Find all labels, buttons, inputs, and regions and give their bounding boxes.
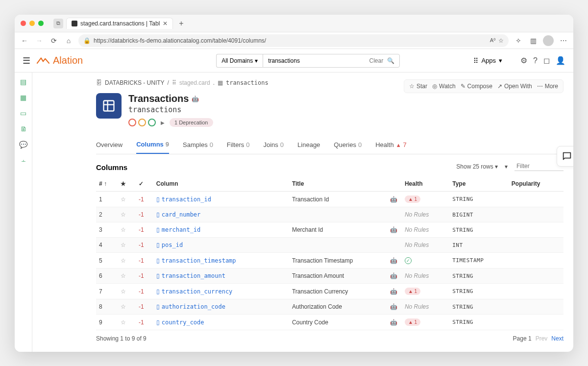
column-link[interactable]: transaction_id xyxy=(162,196,211,203)
star-icon[interactable]: ☆ xyxy=(121,211,126,218)
help-icon[interactable]: ? xyxy=(533,56,538,65)
flag-red-icon[interactable] xyxy=(128,119,136,126)
url-field[interactable]: 🔒 https://databricks-fs-demo.alationcata… xyxy=(78,34,509,47)
trust-flags[interactable] xyxy=(128,119,156,126)
th-popularity[interactable]: Popularity xyxy=(509,176,564,192)
column-link[interactable]: transaction_currency xyxy=(162,288,233,295)
tab-overview[interactable]: Overview xyxy=(96,141,122,154)
column-link[interactable]: pos_id xyxy=(162,242,183,248)
tab-health[interactable]: Health ▲ 7 xyxy=(375,141,407,154)
expand-icon[interactable]: ▶ xyxy=(161,120,165,125)
browser-tab[interactable]: staged.card.transactions | Tabl ✕ xyxy=(66,18,173,29)
chat-button[interactable] xyxy=(557,146,573,167)
filter-input[interactable] xyxy=(514,162,564,171)
column-link[interactable]: merchant_id xyxy=(162,226,200,233)
domain-select[interactable]: All Domains ▾ xyxy=(216,54,263,68)
search-icon[interactable]: 🔍 xyxy=(387,57,394,64)
tab-close-icon[interactable]: ✕ xyxy=(163,20,168,27)
open-with-button[interactable]: ↗ Open With xyxy=(497,83,532,90)
th-num[interactable]: # ↑ xyxy=(96,176,118,192)
flag-yellow-icon[interactable] xyxy=(138,119,146,126)
table-row[interactable]: 7☆-1▯transaction_currencyTransaction Cur… xyxy=(96,284,564,299)
inbox-icon[interactable]: ◻ xyxy=(543,56,550,65)
table-row[interactable]: 5☆-1▯transaction_timestampTransaction Ti… xyxy=(96,253,564,268)
tab-lineage[interactable]: Lineage xyxy=(297,141,320,154)
forward-button[interactable]: → xyxy=(34,36,44,46)
apps-button[interactable]: ⠿ Apps ▾ xyxy=(469,54,507,67)
column-link[interactable]: transaction_amount xyxy=(162,272,225,279)
pager-next[interactable]: Next xyxy=(551,335,564,342)
back-button[interactable]: ← xyxy=(20,36,29,46)
search-input[interactable] xyxy=(268,57,365,64)
alation-logo[interactable]: Alation xyxy=(36,55,83,66)
table-row[interactable]: 8☆-1▯authorization_codeAuthorization Cod… xyxy=(96,299,564,315)
table-row[interactable]: 1☆-1▯transaction_idTransaction Id🤖▲ 1STR… xyxy=(96,192,564,207)
flag-green-icon[interactable] xyxy=(148,119,156,126)
table-row[interactable]: 4☆-1▯pos_idNo RulesINT xyxy=(96,238,564,253)
more-button[interactable]: ⋯ More xyxy=(537,83,558,90)
th-type[interactable]: Type xyxy=(449,176,509,192)
rail-catalog-icon[interactable]: ▤ xyxy=(19,77,28,86)
column-link[interactable]: transaction_timestamp xyxy=(162,257,236,264)
pager-prev[interactable]: Prev xyxy=(536,335,548,342)
watch-button[interactable]: ◎ Watch xyxy=(432,83,456,90)
star-icon[interactable]: ☆ xyxy=(121,257,126,264)
rail-chat-icon[interactable]: 💬 xyxy=(19,140,28,149)
th-title[interactable]: Title xyxy=(289,176,387,192)
rail-query-icon[interactable]: ▭ xyxy=(19,109,28,118)
menu-button[interactable]: ☰ xyxy=(23,55,30,66)
show-rows-select[interactable]: Show 25 rows ▾ xyxy=(456,163,498,170)
tab-filters[interactable]: Filters 0 xyxy=(227,141,250,154)
column-link[interactable]: card_number xyxy=(162,211,200,218)
collections-icon[interactable]: ▥ xyxy=(528,36,538,46)
th-star[interactable]: ★ xyxy=(118,176,135,192)
extensions-icon[interactable]: ✧ xyxy=(514,36,523,46)
table-row[interactable]: 3☆-1▯merchant_idMerchant Id🤖No RulesSTRI… xyxy=(96,222,564,238)
star-icon[interactable]: ☆ xyxy=(121,242,126,248)
minimize-window-icon[interactable] xyxy=(29,21,35,26)
home-button[interactable]: ⌂ xyxy=(64,36,74,46)
th-health[interactable]: Health xyxy=(402,176,449,192)
table-row[interactable]: 9☆-1▯country_codeCountry Code🤖▲ 1STRING xyxy=(96,315,564,330)
compose-button[interactable]: ✎ Compose xyxy=(461,83,492,90)
user-icon[interactable]: 👤 xyxy=(556,56,565,65)
rail-doc-icon[interactable]: 🗎 xyxy=(19,124,28,133)
tab-columns[interactable]: Columns 9 xyxy=(136,141,169,154)
table-row[interactable]: 6☆-1▯transaction_amountTransaction Amoun… xyxy=(96,268,564,284)
deprecation-badge[interactable]: 1 Deprecation xyxy=(170,118,213,127)
rail-analytics-icon[interactable]: ⫠ xyxy=(19,156,28,165)
profile-avatar[interactable] xyxy=(543,35,554,46)
reader-icon[interactable]: A⁰ xyxy=(490,37,495,44)
column-link[interactable]: authorization_code xyxy=(162,303,225,310)
close-window-icon[interactable] xyxy=(21,21,26,26)
left-rail: ▤ ▦ ▭ 🗎 💬 ⫠ xyxy=(15,73,32,352)
rail-data-icon[interactable]: ▦ xyxy=(19,93,28,102)
maximize-window-icon[interactable] xyxy=(38,21,44,26)
breadcrumb-schema[interactable]: staged.card xyxy=(179,79,210,86)
star-icon[interactable]: ☆ xyxy=(121,288,126,295)
star-icon[interactable]: ☆ xyxy=(121,303,126,310)
tab-group-icon[interactable]: ⧉ xyxy=(53,19,63,28)
clear-search-button[interactable]: Clear xyxy=(369,57,384,64)
tab-samples[interactable]: Samples 0 xyxy=(183,141,213,154)
search-box[interactable]: Clear 🔍 xyxy=(263,54,400,68)
th-check[interactable]: ✓ xyxy=(136,176,153,192)
star-icon[interactable]: ☆ xyxy=(121,319,126,326)
breadcrumb-table[interactable]: transactions xyxy=(226,79,269,86)
filter-icon[interactable]: ▾ xyxy=(505,163,508,170)
tab-joins[interactable]: Joins 0 xyxy=(263,141,284,154)
tab-queries[interactable]: Queries 0 xyxy=(334,141,362,154)
table-row[interactable]: 2☆-1▯card_numberNo RulesBIGINT xyxy=(96,207,564,222)
column-link[interactable]: country_code xyxy=(162,319,204,326)
star-button[interactable]: ☆ Star xyxy=(409,83,427,90)
browser-menu-icon[interactable]: ⋯ xyxy=(559,36,568,46)
new-tab-button[interactable]: + xyxy=(176,19,186,28)
star-icon[interactable]: ☆ xyxy=(121,226,126,233)
settings-icon[interactable]: ⚙ xyxy=(520,56,527,65)
breadcrumb-source[interactable]: DATABRICKS - UNITY xyxy=(105,79,165,86)
star-icon[interactable]: ☆ xyxy=(121,196,126,203)
star-icon[interactable]: ☆ xyxy=(121,272,126,279)
th-column[interactable]: Column xyxy=(153,176,289,192)
reload-button[interactable]: ⟳ xyxy=(49,36,59,46)
favorite-icon[interactable]: ☆ xyxy=(498,37,504,44)
